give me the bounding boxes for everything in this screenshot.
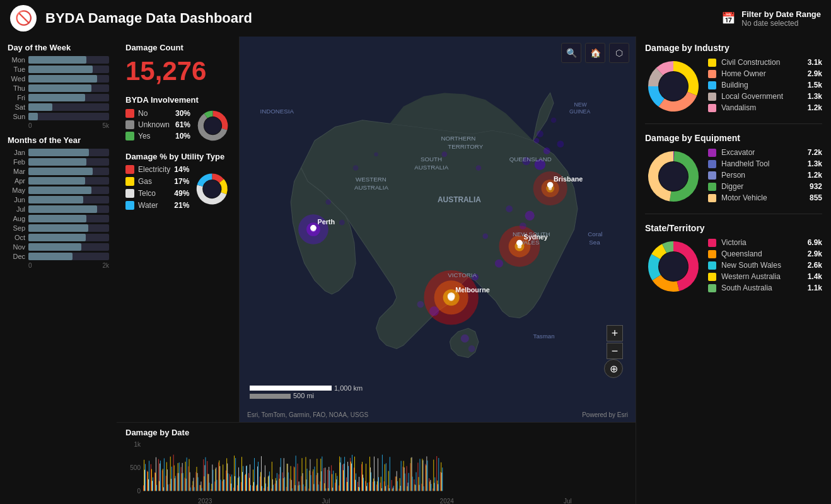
svg-rect-165 <box>235 476 235 491</box>
day-axis: 0 5k <box>8 122 109 129</box>
filter-date-range[interactable]: 📅 Filter by Date Range No date selected <box>721 9 821 28</box>
svg-rect-260 <box>324 483 325 491</box>
svg-rect-182 <box>250 485 251 491</box>
svg-rect-320 <box>381 477 381 491</box>
svg-rect-117 <box>190 472 190 491</box>
month-axis: 0 2k <box>8 262 109 269</box>
svg-rect-174 <box>243 466 243 491</box>
svg-rect-241 <box>306 479 307 491</box>
day-of-week-title: Day of the Week <box>8 43 109 52</box>
svg-rect-131 <box>203 459 204 491</box>
basemap-btn[interactable]: ⬡ <box>609 43 629 63</box>
svg-rect-363 <box>421 484 422 491</box>
svg-rect-223 <box>290 479 291 491</box>
map-toolbar: 🔍 🏠 ⬡ <box>561 43 629 63</box>
svg-rect-266 <box>329 471 330 491</box>
legend-name: Excavator <box>721 148 803 157</box>
legend-name: Queensland <box>721 249 803 258</box>
svg-rect-189 <box>257 466 258 491</box>
svg-rect-380 <box>437 481 438 491</box>
svg-rect-155 <box>226 471 226 491</box>
svg-rect-352 <box>411 458 412 491</box>
svg-rect-262 <box>325 488 326 491</box>
divider-1 <box>645 123 822 124</box>
svg-rect-83 <box>158 459 159 491</box>
month-bar-track <box>28 186 109 194</box>
svg-rect-273 <box>336 479 337 491</box>
x-axis-label: 2024 <box>440 498 454 504</box>
svg-rect-245 <box>310 459 311 491</box>
svg-rect-326 <box>386 463 386 491</box>
svg-rect-197 <box>265 466 265 491</box>
month-label: Mar <box>8 168 25 175</box>
zoom-out-btn[interactable]: − <box>607 343 623 359</box>
svg-rect-359 <box>417 462 418 491</box>
x-axis-label: 2023 <box>198 498 212 504</box>
search-map-btn[interactable]: 🔍 <box>561 43 581 63</box>
svg-rect-367 <box>425 464 426 491</box>
svg-rect-183 <box>252 486 253 491</box>
svg-rect-368 <box>426 466 426 491</box>
svg-rect-122 <box>194 487 195 491</box>
month-bar-fill <box>28 205 97 213</box>
svg-rect-82 <box>156 485 157 491</box>
svg-rect-227 <box>294 466 294 491</box>
svg-rect-102 <box>175 476 176 491</box>
day-bar-track <box>28 84 109 92</box>
svg-rect-301 <box>363 474 363 491</box>
legend-dot <box>708 160 716 168</box>
month-bar-row: May <box>8 186 109 194</box>
svg-point-38 <box>325 199 331 205</box>
svg-point-32 <box>551 117 557 123</box>
legend-value: 1.1k <box>808 284 822 292</box>
svg-rect-186 <box>254 458 255 491</box>
legend-name: Victoria <box>721 238 803 247</box>
svg-rect-348 <box>407 486 408 491</box>
day-label: Fri <box>8 94 25 101</box>
legend-value: 1.4k <box>808 272 822 281</box>
utility-dot <box>125 165 134 174</box>
month-bar-fill <box>28 196 83 203</box>
svg-rect-283 <box>346 478 347 491</box>
territory-section: State/Territory Victoria 6.9k Queensland… <box>645 223 822 295</box>
svg-rect-323 <box>384 481 385 491</box>
svg-rect-246 <box>311 475 311 491</box>
svg-rect-337 <box>397 471 397 491</box>
day-bar-fill <box>28 66 93 73</box>
svg-rect-146 <box>216 480 217 491</box>
svg-rect-132 <box>204 476 204 491</box>
svg-text:NORTHERN: NORTHERN <box>441 135 475 142</box>
day-bar-row: Fri <box>8 94 109 101</box>
svg-rect-373 <box>430 480 431 491</box>
svg-rect-366 <box>424 486 424 491</box>
svg-rect-280 <box>343 470 344 491</box>
svg-rect-378 <box>434 478 435 491</box>
svg-rect-371 <box>429 478 429 491</box>
svg-rect-242 <box>307 469 308 491</box>
damage-date-chart <box>143 441 627 495</box>
svg-rect-300 <box>362 462 363 491</box>
svg-rect-190 <box>258 462 259 491</box>
layers-btn[interactable]: 🏠 <box>585 43 605 63</box>
svg-rect-321 <box>381 488 382 491</box>
svg-rect-128 <box>200 485 201 491</box>
day-bar-track <box>28 94 109 101</box>
svg-rect-201 <box>269 476 269 491</box>
equipment-donut-legend: Excavator 7.2k Handheld Tool 1.3k Person… <box>645 148 822 205</box>
day-bar-fill <box>28 75 97 83</box>
legend-name: Person <box>721 171 803 180</box>
svg-rect-372 <box>429 481 430 491</box>
month-label: Sep <box>8 224 25 232</box>
zoom-in-btn[interactable]: + <box>607 325 623 341</box>
svg-text:NEW: NEW <box>574 101 588 108</box>
svg-rect-107 <box>181 467 182 491</box>
svg-rect-327 <box>388 485 388 491</box>
svg-rect-257 <box>321 471 322 491</box>
svg-rect-152 <box>223 464 223 491</box>
svg-rect-76 <box>151 469 152 491</box>
svg-rect-234 <box>299 485 300 491</box>
month-bar-fill <box>28 168 93 175</box>
territory-donut-chart <box>645 238 702 295</box>
month-bar-row: Oct <box>8 234 109 241</box>
industry-donut-chart <box>645 58 702 115</box>
